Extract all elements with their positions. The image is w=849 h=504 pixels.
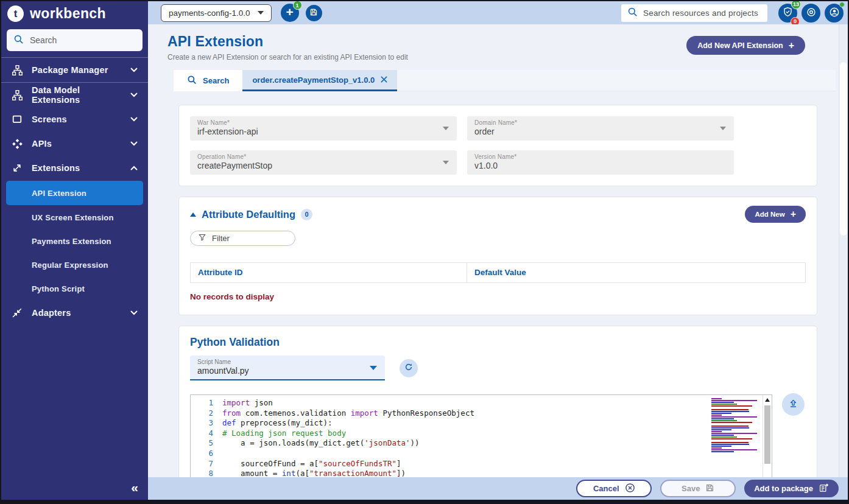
api-extension-form: War Name* irf-extension-api Domain Name*… (178, 105, 817, 186)
sidebar-search-input[interactable]: Search (7, 29, 143, 51)
support-button[interactable] (801, 4, 820, 23)
sitemap-icon (11, 65, 23, 76)
notifications-button[interactable]: 13 0 (778, 4, 797, 23)
shield-check-icon (783, 7, 793, 19)
sidebar-item-label: Adapters (32, 308, 130, 318)
sidebar-item-screens[interactable]: Screens (1, 107, 148, 131)
sidebar-item-adapters[interactable]: Adapters (1, 301, 148, 325)
field-label: Operation Name* (197, 153, 449, 160)
person-circle-icon (829, 7, 840, 19)
caret-down-icon (258, 11, 264, 15)
tab-order-createpaymentstop[interactable]: order.createPaymentStop_v1.0.0 (242, 70, 397, 91)
column-header-attribute-id[interactable]: Attribute ID (191, 263, 467, 282)
chevron-down-icon (130, 141, 138, 146)
sidebar-item-data-model-extensions[interactable]: Data Model Extensions (1, 83, 148, 107)
column-header-default-value[interactable]: Default Value (467, 263, 805, 282)
domain-name-select[interactable]: Domain Name* order (467, 116, 734, 141)
sidebar-subitem-regular-expression[interactable]: Regular Expression (1, 253, 148, 277)
minimap (711, 397, 761, 453)
sidebar-item-apis[interactable]: APIs (1, 131, 148, 156)
sidebar-subitem-python-script[interactable]: Python Script (1, 277, 148, 301)
apis-icon (11, 138, 23, 150)
field-value: createPaymentStop (197, 161, 449, 170)
global-search-placeholder: Search resources and projects (643, 9, 758, 18)
sidebar-subitem-label: Python Script (32, 284, 85, 293)
add-project-button[interactable]: + 1 (281, 4, 299, 22)
chevron-up-icon (130, 166, 138, 170)
caret-down-icon (720, 127, 726, 130)
cancel-label: Cancel (593, 484, 619, 493)
script-name-select[interactable]: Script Name amountVal.py (190, 355, 385, 380)
topbar: payments-config-1.0.0 + 1 Search resourc… (148, 1, 848, 24)
collapse-triangle-icon[interactable] (190, 212, 196, 217)
bullseye-icon (806, 7, 817, 19)
upload-script-button[interactable] (782, 393, 805, 416)
adapters-icon (11, 307, 23, 318)
logo-icon: t (7, 5, 24, 22)
add-to-package-label: Add to package (754, 484, 813, 493)
save-project-button[interactable] (306, 5, 322, 21)
sidebar-nav: Package Manager Data Model Extensions Sc… (1, 57, 148, 325)
add-new-attribute-button[interactable]: Add New + (745, 206, 806, 223)
tab-search[interactable]: Search (174, 70, 242, 91)
editor-scroll-thumb[interactable] (764, 405, 770, 464)
logo-text: workbench (30, 5, 106, 22)
code-lines: import jsonfrom com.temenos.validation i… (222, 395, 772, 477)
add-new-label: Add New (755, 211, 784, 218)
caret-down-icon (443, 127, 449, 130)
global-search-input[interactable]: Search resources and projects (621, 4, 767, 22)
code-gutter: 123456789 (191, 395, 222, 477)
add-to-package-button[interactable]: Add to package (744, 480, 839, 497)
sidebar-subitem-payments-extension[interactable]: Payments Extension (1, 229, 148, 253)
filter-placeholder: Filter (212, 234, 230, 243)
project-select[interactable]: payments-config-1.0.0 (161, 4, 272, 22)
page-scrollbar[interactable] (839, 24, 848, 477)
chevron-down-icon (130, 68, 138, 72)
search-icon (187, 75, 197, 86)
attribute-count-badge: 0 (301, 209, 312, 220)
scroll-up-arrow-icon[interactable] (765, 398, 770, 402)
tab-label: order.createPaymentStop_v1.0.0 (252, 75, 375, 85)
sidebar-item-extensions[interactable]: Extensions (1, 156, 148, 180)
extensions-icon (11, 163, 23, 173)
python-validation-section: Python Validation Script Name amountVal.… (178, 326, 817, 477)
close-icon[interactable] (381, 75, 387, 85)
attribute-table: Attribute ID Default Value (190, 262, 806, 283)
sidebar: t workbench Search Package Manager (1, 1, 148, 500)
sidebar-item-label: Extensions (32, 163, 130, 173)
add-new-api-extension-button[interactable]: Add New API Extension + (686, 36, 805, 55)
operation-name-select[interactable]: Operation Name* createPaymentStop (190, 150, 457, 175)
version-name-field[interactable]: Version Name* v1.0.0 (467, 150, 734, 175)
sidebar-collapse-button[interactable]: « (1, 477, 148, 500)
no-records-text: No records to display (190, 292, 806, 301)
funnel-icon (198, 233, 206, 243)
filter-input[interactable]: Filter (190, 231, 295, 246)
sidebar-item-label: Screens (32, 114, 130, 124)
account-status-dot (839, 2, 845, 7)
sidebar-search-placeholder: Search (30, 35, 57, 45)
content-area: API Extension Create a new API Extension… (148, 24, 848, 477)
refresh-script-button[interactable] (400, 359, 418, 377)
page-scroll-thumb[interactable] (840, 62, 847, 236)
code-editor[interactable]: 123456789 import jsonfrom com.temenos.va… (190, 394, 772, 477)
field-label: Domain Name* (474, 119, 727, 126)
account-button[interactable] (825, 4, 844, 23)
chevron-down-icon (130, 117, 138, 122)
sidebar-item-package-manager[interactable]: Package Manager (1, 58, 148, 82)
war-name-select[interactable]: War Name* irf-extension-api (190, 116, 457, 141)
cancel-button[interactable]: Cancel (576, 480, 652, 497)
attribute-defaulting-section: Attribute Defaulting 0 Add New + Filter … (178, 197, 817, 315)
sidebar-subitem-api-extension[interactable]: API Extension (6, 181, 143, 205)
sidebar-subitem-label: Payments Extension (32, 237, 111, 246)
list-plus-icon (819, 483, 829, 495)
attribute-defaulting-title: Attribute Defaulting (202, 209, 295, 220)
tab-label: Search (203, 76, 229, 85)
sidebar-subitem-ux-screen-extension[interactable]: UX Screen Extension (1, 206, 148, 229)
python-validation-title: Python Validation (190, 336, 806, 349)
field-label: Version Name* (474, 153, 727, 160)
sidebar-item-label: APIs (32, 139, 130, 149)
editor-scrollbar[interactable] (763, 395, 772, 477)
search-icon (627, 7, 638, 19)
save-button[interactable]: Save (660, 480, 736, 497)
save-icon (705, 483, 714, 494)
